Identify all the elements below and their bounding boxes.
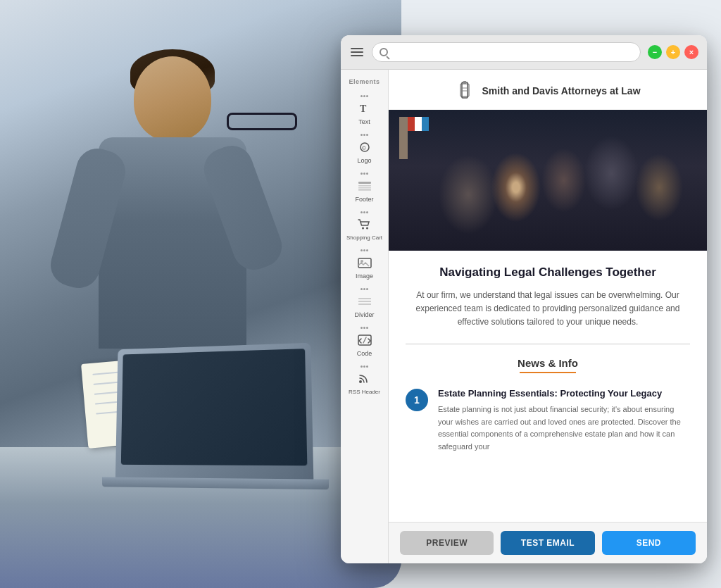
laptop-screen <box>121 349 308 465</box>
search-bar[interactable] <box>372 42 641 62</box>
element-dots <box>360 134 368 136</box>
element-dots <box>360 211 368 213</box>
svg-rect-3 <box>358 182 371 184</box>
footer-element-icon <box>355 178 375 194</box>
laptop <box>115 343 313 481</box>
news-item-excerpt: Estate planning is not just about financ… <box>438 404 690 453</box>
element-dots <box>360 173 368 175</box>
news-item-1: 1 Estate Planning Essentials: Protecting… <box>406 387 690 453</box>
elements-label: Elements <box>341 75 388 91</box>
email-headline: Navigating Legal Challenges Together <box>406 265 690 280</box>
menu-icon[interactable] <box>349 46 365 58</box>
footer-element-label: Footer <box>355 196 373 203</box>
svg-point-7 <box>362 227 364 230</box>
email-subtext: At our firm, we understand that legal is… <box>406 289 690 330</box>
minimize-button[interactable]: − <box>648 45 662 59</box>
hero-photo-simulation <box>389 110 707 251</box>
svg-rect-12 <box>358 301 371 302</box>
email-hero-image <box>389 110 707 251</box>
svg-rect-13 <box>358 304 371 305</box>
code-element-icon <box>355 332 375 348</box>
shopping-cart-element-label: Shopping Cart <box>346 234 382 241</box>
element-dots <box>360 95 368 97</box>
element-dots <box>360 365 368 368</box>
email-header: Smith and Davis Attorneys at Law <box>389 70 707 110</box>
code-element-label: Code <box>357 350 372 357</box>
svg-rect-5 <box>358 187 371 189</box>
browser-content: Elements T Text <box>341 70 707 563</box>
text-element-label: Text <box>358 118 370 125</box>
element-item-rss-header[interactable]: RSS Header <box>341 361 388 399</box>
image-element-label: Image <box>356 273 373 280</box>
browser-toolbar: − + × <box>341 35 707 70</box>
email-divider <box>406 344 690 344</box>
svg-text:©: © <box>362 145 366 151</box>
section-underline <box>520 372 576 373</box>
news-item-content: Estate Planning Essentials: Protecting Y… <box>438 387 690 453</box>
svg-rect-6 <box>358 189 371 191</box>
element-item-logo[interactable]: © Logo <box>341 130 388 168</box>
svg-point-15 <box>359 380 362 383</box>
person-glasses <box>227 113 297 130</box>
element-dots <box>360 249 368 251</box>
elements-panel: Elements T Text <box>341 70 389 563</box>
maximize-button[interactable]: + <box>666 45 680 59</box>
svg-rect-4 <box>358 185 371 187</box>
search-icon <box>380 48 388 56</box>
logo-element-label: Logo <box>357 157 371 164</box>
logo-element-icon: © <box>355 139 375 155</box>
person-head <box>134 56 211 141</box>
divider-element-label: Divider <box>354 311 374 318</box>
action-bar: PREVIEW TEST EMAIL SEND <box>389 522 707 563</box>
rss-element-icon <box>355 371 375 387</box>
element-item-text[interactable]: T Text <box>341 91 388 130</box>
element-item-shopping-cart[interactable]: Shopping Cart <box>341 207 388 245</box>
news-item-title: Estate Planning Essentials: Protecting Y… <box>438 387 690 400</box>
close-button[interactable]: × <box>684 45 698 59</box>
section-title: News & Info <box>406 357 690 369</box>
person-figure <box>42 35 310 514</box>
news-item-number: 1 <box>406 389 428 411</box>
element-item-divider[interactable]: Divider <box>341 284 388 323</box>
text-element-icon: T <box>355 101 375 116</box>
svg-text:T: T <box>360 104 367 114</box>
svg-rect-16 <box>462 82 468 98</box>
send-button[interactable]: SEND <box>602 531 696 555</box>
flag-decoration <box>399 117 408 159</box>
email-preview-panel: Smith and Davis Attorneys at Law Navigat… <box>389 70 707 563</box>
svg-point-8 <box>366 227 368 230</box>
test-email-button[interactable]: TEST EMAIL <box>501 531 594 555</box>
maximize-icon: + <box>671 48 675 56</box>
element-dots <box>360 288 368 290</box>
element-item-image[interactable]: Image <box>341 245 388 284</box>
company-name: Smith and Davis Attorneys at Law <box>482 85 640 96</box>
shopping-cart-element-icon <box>355 217 375 232</box>
rss-element-label: RSS Header <box>349 389 380 395</box>
email-body: Navigating Legal Challenges Together At … <box>389 251 707 522</box>
close-icon: × <box>689 48 694 56</box>
divider-element-icon <box>355 294 375 309</box>
window-controls: − + × <box>648 45 698 59</box>
element-item-code[interactable]: Code <box>341 323 388 361</box>
svg-rect-18 <box>463 81 466 84</box>
element-item-footer[interactable]: Footer <box>341 168 388 207</box>
laptop-base <box>102 477 329 490</box>
company-logo-icon <box>455 81 475 101</box>
image-element-icon <box>355 255 375 270</box>
minimize-icon: − <box>653 48 657 56</box>
svg-rect-11 <box>358 298 371 299</box>
browser-window: − + × Elements T <box>341 35 707 563</box>
element-dots <box>360 327 368 329</box>
preview-button[interactable]: PREVIEW <box>400 531 494 555</box>
